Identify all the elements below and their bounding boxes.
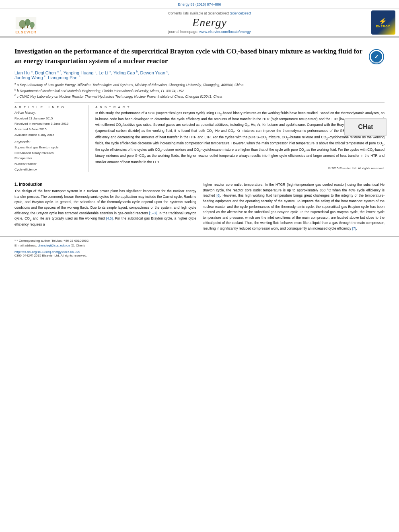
intro-text-left: The design of the heat transport system … bbox=[14, 189, 196, 227]
footnote-corresponding: * * Corresponding author. Tel./fax: +86 … bbox=[14, 238, 385, 244]
crossmark-icon[interactable]: ✓ CrossMark bbox=[368, 49, 385, 65]
elsevier-logo: ELSEVIER bbox=[0, 8, 52, 37]
article-title: Investigation on the performance of the … bbox=[14, 47, 364, 66]
keywords-label: Keywords: bbox=[14, 140, 84, 144]
divider-after-affiliations bbox=[14, 103, 385, 103]
svg-text:✓: ✓ bbox=[374, 54, 379, 60]
journal-center: Contents lists available at ScienceDirec… bbox=[52, 8, 367, 37]
authors: Lian Hu a, Deqi Chen a *, Yanping Huang … bbox=[14, 70, 385, 80]
elsevier-label: ELSEVIER bbox=[15, 30, 37, 34]
section1-title: 1. Introduction bbox=[14, 182, 196, 187]
svg-point-2 bbox=[25, 19, 31, 26]
footnote-section: * * Corresponding author. Tel./fax: +86 … bbox=[0, 236, 399, 249]
abstract-header: A B S T R A C T bbox=[95, 105, 385, 109]
svg-text:CrossMark: CrossMark bbox=[372, 62, 382, 64]
energy-brand-icon: ⚡ ENERGY bbox=[371, 10, 395, 35]
contents-label: Contents lists available at ScienceDirec… bbox=[168, 11, 229, 15]
elsevier-tree-icon bbox=[15, 17, 37, 29]
body-col-left: 1. Introduction The design of the heat t… bbox=[14, 182, 196, 231]
journal-homepage: journal homepage: www.elsevier.com/locat… bbox=[168, 30, 251, 34]
journal-header: Energy 89 (2015) 874–886 ELSEVIER bbox=[0, 0, 399, 37]
intro-text-right: higher reactor core outlet temperature. … bbox=[203, 182, 385, 231]
main-content: Investigation on the performance of the … bbox=[0, 37, 399, 172]
affiliations: a a Key Laboratory of Low-grade Energy U… bbox=[14, 82, 385, 99]
article-history-label: Article history: bbox=[14, 111, 84, 115]
chat-widget[interactable]: CHat bbox=[344, 118, 387, 136]
journal-title: Energy bbox=[192, 16, 227, 29]
svg-rect-6 bbox=[31, 28, 33, 29]
keywords-list: Supercritical gas Brayton cycle CO2-base… bbox=[14, 145, 84, 172]
footnote-email-address[interactable]: chendeqi@cqu.edu.cn bbox=[38, 244, 70, 247]
abstract-text: In this study, the performance of a SBC … bbox=[95, 111, 385, 165]
abstract-col: A B S T R A C T In this study, the perfo… bbox=[95, 105, 385, 172]
article-body-two-col: A R T I C L E I N F O Article history: R… bbox=[14, 105, 385, 172]
journal-right-logo: ⚡ ENERGY bbox=[367, 8, 399, 37]
article-dates: Received 21 January 2015 Received in rev… bbox=[14, 116, 84, 138]
body-col-right: higher reactor core outlet temperature. … bbox=[203, 182, 385, 231]
doi-line[interactable]: http://dx.doi.org/10.1016/j.energy.2015.… bbox=[0, 250, 399, 254]
bottom-divider bbox=[14, 178, 385, 178]
svg-rect-4 bbox=[22, 27, 23, 29]
copyright-line: © 2015 Elsevier Ltd. All rights reserved… bbox=[95, 166, 385, 170]
journal-banner: ELSEVIER Contents lists available at Sci… bbox=[0, 8, 399, 37]
homepage-url[interactable]: www.elsevier.com/locate/energy bbox=[200, 30, 251, 34]
footnote-email: E-mail address: chendeqi@cqu.edu.cn (D. … bbox=[14, 243, 385, 249]
body-content: 1. Introduction The design of the heat t… bbox=[0, 182, 399, 231]
article-info-col: A R T I C L E I N F O Article history: R… bbox=[14, 105, 89, 172]
svg-rect-5 bbox=[27, 26, 28, 28]
issn-line: 0360-5442/© 2015 Elsevier Ltd. All right… bbox=[0, 254, 399, 257]
svg-point-3 bbox=[30, 22, 35, 28]
article-info-header: A R T I C L E I N F O bbox=[14, 105, 84, 109]
journal-ref-line: Energy 89 (2015) 874–886 bbox=[0, 2, 399, 6]
article-title-section: Investigation on the performance of the … bbox=[14, 47, 385, 66]
